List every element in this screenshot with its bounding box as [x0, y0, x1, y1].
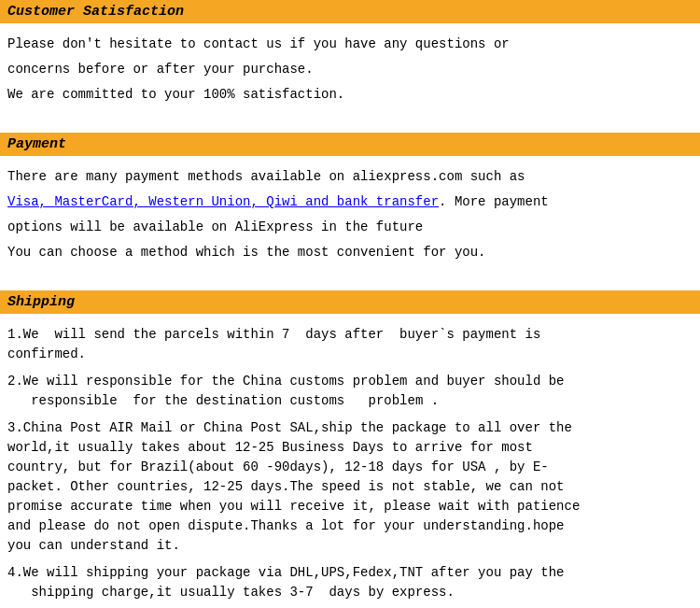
payment-line1: There are many payment methods available…	[7, 167, 693, 187]
payment-line4: You can choose a method which is the mos…	[7, 243, 693, 262]
shipping-item4-text: 4.We will shipping your package via DHL,…	[7, 565, 565, 600]
customer-satisfaction-line2: concerns before or after your purchase.	[7, 60, 693, 79]
shipping-item3: 3.China Post AIR Mail or China Post SAL,…	[7, 418, 693, 556]
shipping-section: Shipping 1.We will send the parcels with…	[0, 290, 700, 608]
payment-line3: options will be available on AliExpress …	[7, 218, 693, 237]
payment-line2-cont: . More payment	[439, 194, 549, 209]
customer-satisfaction-header: Customer Satisfaction	[0, 0, 700, 23]
payment-body: There are many payment methods available…	[0, 163, 700, 276]
shipping-title: Shipping	[7, 294, 75, 310]
customer-satisfaction-title: Customer Satisfaction	[7, 4, 184, 20]
payment-title: Payment	[7, 136, 66, 152]
payment-section: Payment There are many payment methods a…	[0, 133, 700, 276]
customer-satisfaction-body: Please don't hesitate to contact us if y…	[0, 31, 700, 118]
shipping-item3-text: 3.China Post AIR Mail or China Post SAL,…	[7, 420, 580, 553]
shipping-body: 1.We will send the parcels within 7 days…	[0, 321, 700, 608]
customer-satisfaction-line1: Please don't hesitate to contact us if y…	[7, 35, 693, 54]
payment-line2: Visa, MasterCard, Western Union, Qiwi an…	[7, 192, 693, 212]
customer-satisfaction-line3: We are committed to your 100% satisfacti…	[7, 85, 693, 105]
payment-header: Payment	[0, 133, 700, 156]
shipping-item2-text: 2.We will responsible for the China cust…	[7, 374, 565, 408]
payment-highlight: Visa, MasterCard, Western Union, Qiwi an…	[7, 194, 439, 209]
customer-satisfaction-section: Customer Satisfaction Please don't hesit…	[0, 0, 700, 118]
shipping-item1: 1.We will send the parcels within 7 days…	[7, 325, 693, 364]
shipping-item2: 2.We will responsible for the China cust…	[7, 372, 693, 411]
shipping-header: Shipping	[0, 290, 700, 314]
shipping-item4: 4.We will shipping your package via DHL,…	[7, 563, 693, 602]
shipping-item1-text: 1.We will send the parcels within 7 days…	[7, 327, 540, 361]
